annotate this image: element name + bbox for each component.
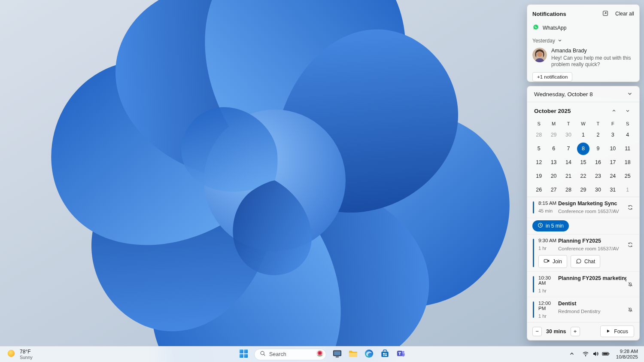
clock-button[interactable]: 9:28 AM 10/8/2025 <box>614 349 640 360</box>
notifications-header: Notifications Clear all <box>527 5 639 21</box>
event-title: Dentist <box>558 301 626 307</box>
calendar-day-6[interactable]: 6 <box>546 142 561 155</box>
day-of-week-label: T <box>591 119 605 128</box>
repeat-icon <box>626 242 634 248</box>
join-button[interactable]: Join <box>538 255 567 268</box>
calendar-day-7[interactable]: 7 <box>561 142 576 155</box>
microsoft-store-button[interactable] <box>377 348 392 361</box>
calendar-day-31[interactable]: 31 <box>605 183 620 197</box>
calendar-day-30[interactable]: 30 <box>591 183 605 197</box>
file-explorer-icon <box>348 349 358 360</box>
calendar-day-3[interactable]: 3 <box>605 128 620 142</box>
day-of-week-label: F <box>605 119 620 128</box>
whatsapp-icon <box>532 24 539 32</box>
calendar-day-21[interactable]: 21 <box>561 169 576 183</box>
calendar-day-18[interactable]: 18 <box>620 155 635 169</box>
search-box[interactable]: Search <box>254 349 326 360</box>
calendar-day-12[interactable]: 12 <box>532 155 546 169</box>
decrease-duration-button[interactable]: − <box>532 327 542 336</box>
calendar-day-24[interactable]: 24 <box>605 169 620 183</box>
calendar-day-17[interactable]: 17 <box>605 155 620 169</box>
notifications-title: Notifications <box>532 11 566 17</box>
play-icon <box>606 329 611 335</box>
calendar-day-29[interactable]: 29 <box>546 128 561 142</box>
weather-temp: 78°F <box>20 349 33 355</box>
calendar-day-10[interactable]: 10 <box>605 142 620 155</box>
calendar-day-14[interactable]: 14 <box>561 155 576 169</box>
increase-duration-button[interactable]: + <box>571 327 580 336</box>
file-explorer-button[interactable] <box>346 348 360 361</box>
teams-button[interactable] <box>393 348 408 361</box>
chevron-up-icon <box>569 351 574 358</box>
prev-month-button[interactable] <box>609 106 619 116</box>
event-title: Design Marketing Sync <box>558 201 626 207</box>
monitor-icon <box>332 349 342 360</box>
focus-session-bar: − 30 mins + Focus <box>527 322 639 340</box>
event-duration: 1 hr <box>538 288 558 293</box>
day-of-week-label: S <box>532 119 546 128</box>
calendar-day-27[interactable]: 27 <box>546 183 561 197</box>
calendar-day-1[interactable]: 1 <box>576 128 590 142</box>
agenda-event[interactable]: 8:15 AM 45 min Design Marketing Sync Con… <box>527 197 639 218</box>
notification-settings-button[interactable] <box>601 9 610 18</box>
agenda-event[interactable]: 9:30 AM 1 hr Planning FY2025 Conference … <box>527 234 639 272</box>
calendar-day-25[interactable]: 25 <box>620 169 635 183</box>
calendar-day-22[interactable]: 22 <box>576 169 590 183</box>
agenda-list: 8:15 AM 45 min Design Marketing Sync Con… <box>527 197 639 322</box>
chat-button[interactable]: Chat <box>571 255 600 268</box>
selected-date-label: Wednesday, October 8 <box>534 91 593 97</box>
edge-button[interactable] <box>361 348 376 361</box>
more-notifications-button[interactable]: +1 notification <box>532 72 572 82</box>
calendar-day-26[interactable]: 26 <box>532 183 546 197</box>
calendar-day-23[interactable]: 23 <box>591 169 605 183</box>
desktop-app-button[interactable] <box>330 348 344 361</box>
calendar-day-15[interactable]: 15 <box>576 155 590 169</box>
calendar-flyout: Wednesday, October 8 October 2025 SMTWTF… <box>527 86 640 341</box>
calendar-day-5[interactable]: 5 <box>532 142 546 155</box>
agenda-event[interactable]: 12:00 PM 1 hr Dentist Redmond Dentistry <box>527 297 639 322</box>
sun-icon <box>6 348 16 360</box>
calendar-day-28[interactable]: 28 <box>532 128 546 142</box>
calendar-day-11[interactable]: 11 <box>620 142 635 155</box>
hidden-icons-button[interactable] <box>566 348 577 361</box>
event-time: 8:15 AM <box>538 201 558 206</box>
next-month-button[interactable] <box>623 106 632 116</box>
reminder-badge[interactable]: in 5 min <box>532 220 569 231</box>
notification-app-name: WhatsApp <box>543 25 566 31</box>
day-of-week-label: T <box>561 119 576 128</box>
rose-icon <box>316 350 324 359</box>
calendar-day-4[interactable]: 4 <box>620 128 635 142</box>
taskbar: 78°F Sunny Search <box>0 346 644 362</box>
event-location: Conference room 16537/AV <box>558 209 626 214</box>
notification-app-row[interactable]: WhatsApp <box>527 21 639 34</box>
calendar-day-1[interactable]: 1 <box>620 183 635 197</box>
calendar-day-2[interactable]: 2 <box>591 128 605 142</box>
taskbar-center: Search <box>236 347 408 362</box>
calendar-day-30[interactable]: 30 <box>561 128 576 142</box>
calendar-day-29[interactable]: 29 <box>576 183 590 197</box>
widgets-button[interactable]: 78°F Sunny <box>0 347 39 362</box>
calendar-day-28[interactable]: 28 <box>561 183 576 197</box>
chat-icon <box>576 258 582 265</box>
focus-button[interactable]: Focus <box>600 325 634 337</box>
notification-group-header[interactable]: Yesterday <box>527 34 639 46</box>
network-volume-battery-button[interactable] <box>579 348 613 361</box>
calendar-day-8[interactable]: 8 <box>576 142 590 155</box>
chevron-down-icon <box>626 108 630 114</box>
calendar-day-13[interactable]: 13 <box>546 155 561 169</box>
calendar-day-9[interactable]: 9 <box>591 142 605 155</box>
start-button[interactable] <box>236 348 251 361</box>
calendar-day-16[interactable]: 16 <box>591 155 605 169</box>
calendar-day-19[interactable]: 19 <box>532 169 546 183</box>
notification-section-label: Yesterday <box>532 38 555 44</box>
agenda-event[interactable]: 10:30 AM 1 hr Planning FY2025 marketing <box>527 272 639 297</box>
clear-all-button[interactable]: Clear all <box>615 11 634 17</box>
chevron-down-icon <box>627 91 632 97</box>
calendar-day-20[interactable]: 20 <box>546 169 561 183</box>
collapse-calendar-button[interactable] <box>624 88 636 100</box>
event-duration: 1 hr <box>538 313 558 319</box>
event-time: 9:30 AM <box>538 238 558 243</box>
clock-icon <box>538 222 543 229</box>
notification-card[interactable]: Amanda Brady Hey! Can you help me out wi… <box>527 46 639 69</box>
focus-label: Focus <box>614 329 628 335</box>
